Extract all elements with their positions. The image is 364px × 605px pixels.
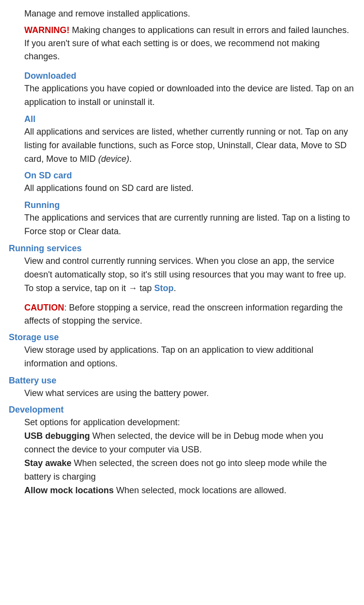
warning-text: Making changes to applications can resul…	[24, 25, 349, 61]
caution-label: CAUTION	[24, 303, 64, 312]
section-body-all: All applications and services are listed…	[24, 125, 355, 166]
caution-block: CAUTION: Before stopping a service, read…	[24, 301, 355, 328]
section-body-on-sd-card: All applications found on SD card are li…	[24, 182, 355, 195]
storage-use-title: Storage use	[9, 332, 355, 343]
battery-use-title: Battery use	[9, 376, 355, 386]
battery-use-body: View what services are using the battery…	[9, 387, 355, 400]
warning-block: WARNING! Making changes to applications …	[9, 24, 355, 63]
usb-debugging-label: USB debugging	[24, 431, 90, 441]
section-on-sd-card: On SD card All applications found on SD …	[9, 171, 355, 195]
section-running-services: Running services View and control curren…	[9, 243, 355, 328]
development-title: Development	[9, 405, 355, 415]
caution-text: : Before stopping a service, read the on…	[24, 303, 343, 326]
section-title-running: Running	[24, 200, 355, 210]
running-services-text3: .	[173, 283, 176, 293]
section-title-all: All	[24, 114, 355, 124]
warning-label: WARNING!	[24, 25, 69, 35]
running-services-body: View and control currently running servi…	[9, 255, 355, 328]
running-services-text1: View and control currently running servi…	[24, 256, 346, 293]
section-development: Development Set options for application …	[9, 405, 355, 497]
section-downloaded: Downloaded The applications you have cop…	[9, 71, 355, 109]
running-services-arrow: →	[128, 283, 139, 293]
stay-awake-label: Stay awake	[24, 458, 71, 468]
section-all: All All applications and services are li…	[9, 114, 355, 166]
section-title-downloaded: Downloaded	[24, 71, 355, 81]
running-services-stop: Stop	[154, 283, 173, 293]
running-services-text2: tap	[139, 283, 154, 293]
section-body-downloaded: The applications you have copied or down…	[24, 82, 355, 109]
intro-text: Manage and remove installed applications…	[9, 9, 355, 19]
section-title-on-sd-card: On SD card	[24, 171, 355, 181]
development-intro: Set options for application development:	[24, 417, 180, 427]
allow-mock-locations-text: When selected, mock locations are allowe…	[114, 485, 286, 495]
section-running: Running The applications and services th…	[9, 200, 355, 239]
section-battery-use: Battery use View what services are using…	[9, 376, 355, 400]
running-services-title: Running services	[9, 243, 355, 254]
section-body-running: The applications and services that are c…	[24, 211, 355, 239]
storage-use-body: View storage used by applications. Tap o…	[9, 344, 355, 371]
development-body: Set options for application development:…	[9, 416, 355, 497]
allow-mock-locations-label: Allow mock locations	[24, 485, 114, 495]
section-storage-use: Storage use View storage used by applica…	[9, 332, 355, 371]
